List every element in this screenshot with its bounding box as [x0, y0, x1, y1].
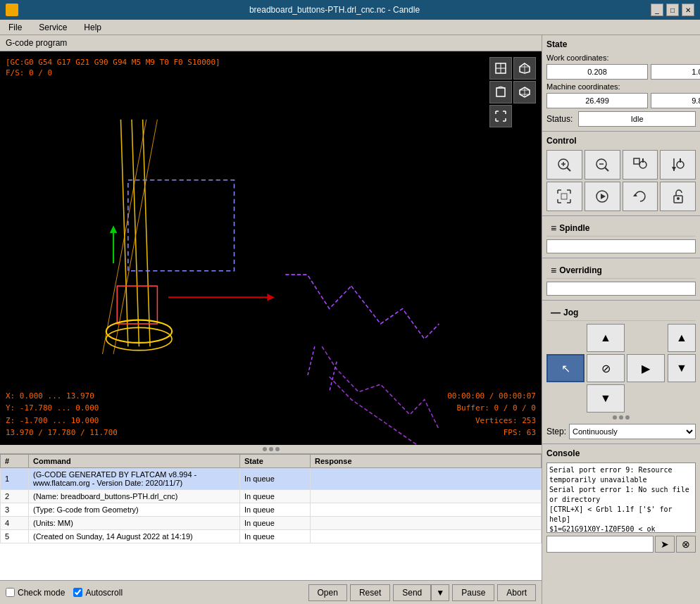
- view-top-button[interactable]: [489, 81, 512, 103]
- zero-z-btn[interactable]: [660, 150, 696, 180]
- coord-y: Y: -17.780 ... 0.000: [6, 402, 118, 415]
- cell-command: (Name: breadboard_buttons-PTH.drl_cnc): [29, 490, 240, 503]
- table-row[interactable]: 2(Name: breadboard_buttons-PTH.drl_cnc)I…: [1, 490, 542, 503]
- table-row[interactable]: 1(G-CODE GENERATED BY FLATCAM v8.994 - w…: [1, 468, 542, 490]
- menu-service[interactable]: Service: [33, 21, 73, 34]
- table-row[interactable]: 3(Type: G-code from Geometry)In queue: [1, 503, 542, 517]
- pause-button[interactable]: Pause: [452, 584, 494, 601]
- cell-command: (G-CODE GENERATED BY FLATCAM v8.994 - ww…: [29, 468, 240, 490]
- unlock-btn[interactable]: [660, 182, 696, 211]
- vertices-info: Vertices: 253: [447, 415, 536, 427]
- view-row-2: [489, 81, 536, 103]
- machine-coord-y[interactable]: [651, 93, 700, 108]
- cell-command: (Type: G-code from Geometry): [29, 503, 240, 517]
- gcode-section-header: G-code program: [0, 35, 542, 51]
- maximize-button[interactable]: □: [666, 4, 679, 16]
- jog-title-bar[interactable]: — Jog: [546, 305, 696, 321]
- menu-help[interactable]: Help: [78, 21, 107, 34]
- gcode-coords-overlay-bl: X: 0.000 ... 13.970 Y: -17.780 ... 0.000…: [6, 390, 118, 439]
- send-button[interactable]: Send: [393, 584, 431, 601]
- step-select[interactable]: Continuously 0.01 0.1 1 5 10 100: [569, 424, 696, 439]
- table-header-row: # Command State Response: [1, 455, 542, 468]
- title-bar-controls: _ □ ✕: [651, 4, 694, 16]
- fit-view-button[interactable]: [489, 105, 512, 127]
- overriding-collapse-icon: ≡: [551, 265, 556, 276]
- svg-rect-34: [634, 158, 639, 164]
- fit-view-ctrl-btn[interactable]: [546, 182, 582, 211]
- spindle-title-bar[interactable]: ≡ Spindle: [546, 220, 696, 237]
- view-3d-button[interactable]: [513, 57, 536, 80]
- command-table-container[interactable]: # Command State Response 1(G-CODE GENERA…: [0, 453, 542, 580]
- jog-right-button[interactable]: ▶: [627, 354, 665, 382]
- menu-bar: File Service Help: [0, 20, 700, 35]
- abort-button[interactable]: Abort: [497, 584, 536, 601]
- jog-stop-button[interactable]: ⊘: [587, 354, 625, 382]
- send-dropdown-button[interactable]: ▼: [431, 584, 449, 601]
- machine-coord-x[interactable]: [546, 93, 648, 108]
- gcode-header-overlay: [GC:G0 G54 G17 G21 G90 G94 M5 M9 T0 F0 S…: [6, 57, 220, 79]
- console-output: Serial port error 9: Resource temporaril…: [546, 463, 696, 533]
- console-input[interactable]: [546, 536, 654, 553]
- jog-empty-br: [627, 384, 665, 413]
- zoom-out-btn[interactable]: [585, 150, 620, 180]
- overriding-title-bar[interactable]: ≡ Overriding: [546, 263, 696, 279]
- work-coord-y[interactable]: [651, 64, 700, 80]
- cell-num: 5: [1, 530, 29, 543]
- menu-file[interactable]: File: [3, 21, 27, 34]
- spindle-section: ≡ Spindle: [542, 216, 700, 258]
- jog-empty-bl: [546, 384, 585, 413]
- status-row: Status: Idle: [546, 111, 696, 127]
- coord-x: X: 0.000 ... 13.970: [6, 390, 118, 403]
- console-send-button[interactable]: ➤: [655, 536, 675, 553]
- cell-state: In queue: [240, 530, 311, 543]
- check-mode-checkbox[interactable]: [6, 588, 15, 597]
- gcode-header-line2: F/S: 0 / 0: [6, 68, 220, 78]
- run-ctrl-btn[interactable]: [585, 182, 620, 211]
- jog-dots: [546, 415, 696, 420]
- action-buttons: Open Reset Send ▼ Pause Abort: [308, 584, 536, 601]
- cell-num: 3: [1, 503, 29, 517]
- minimize-button[interactable]: _: [651, 4, 663, 16]
- work-coords-row: [546, 64, 696, 80]
- jog-title: Jog: [563, 308, 578, 317]
- command-table: # Command State Response 1(G-CODE GENERA…: [0, 454, 542, 543]
- jog-left-button[interactable]: ↖: [546, 354, 585, 382]
- zoom-in-btn[interactable]: [546, 150, 582, 180]
- autoscroll-checkbox[interactable]: [73, 588, 82, 597]
- jog-z-down-button[interactable]: ▼: [668, 354, 696, 382]
- cell-state: In queue: [240, 503, 311, 517]
- overriding-title: Overriding: [559, 265, 602, 275]
- title-bar-left: [6, 4, 18, 16]
- view-controls: [489, 57, 536, 127]
- table-row[interactable]: 4(Units: MM)In queue: [1, 517, 542, 530]
- col-header-num: #: [1, 455, 29, 468]
- gcode-header-line1: [GC:G0 G54 G17 G21 G90 G94 M5 M9 T0 F0 S…: [6, 57, 220, 68]
- col-header-response: Response: [311, 455, 542, 468]
- coord-z: Z: -1.700 ... 10.000: [6, 415, 118, 427]
- gcode-coords-overlay-br: 00:00:00 / 00:00:07 Buffer: 0 / 0 / 0 Ve…: [447, 390, 536, 439]
- zero-xy-btn[interactable]: [623, 150, 658, 180]
- gcode-viewer[interactable]: [GC:G0 G54 G17 G21 G90 G94 M5 M9 T0 F0 S…: [0, 51, 542, 445]
- reset-button[interactable]: Reset: [350, 584, 390, 601]
- restart-ctrl-btn[interactable]: [623, 182, 658, 211]
- step-label: Step:: [546, 427, 566, 436]
- jog-center: ▲ ↖ ⊘ ▶ ▼: [546, 324, 665, 413]
- work-coord-x[interactable]: [546, 64, 648, 80]
- table-row[interactable]: 5(Created on Sunday, 14 August 2022 at 1…: [1, 530, 542, 543]
- jog-up-button[interactable]: ▲: [587, 324, 625, 352]
- view-iso-button[interactable]: [513, 81, 536, 103]
- jog-z-up-button[interactable]: ▲: [668, 324, 696, 352]
- cell-response: [311, 490, 542, 503]
- console-clear-button[interactable]: ⊗: [676, 536, 696, 553]
- gcode-canvas-svg: [0, 51, 542, 445]
- cell-response: [311, 517, 542, 530]
- close-button[interactable]: ✕: [682, 4, 694, 16]
- col-header-command: Command: [29, 455, 240, 468]
- check-mode-label: Check mode: [18, 588, 65, 598]
- open-button[interactable]: Open: [308, 584, 347, 601]
- send-button-group: Send ▼: [393, 584, 449, 601]
- view-2d-button[interactable]: [489, 57, 512, 80]
- step-row: Step: Continuously 0.01 0.1 1 5 10 100: [546, 424, 696, 439]
- jog-dot-3: [625, 415, 630, 420]
- jog-down-button[interactable]: ▼: [587, 384, 625, 413]
